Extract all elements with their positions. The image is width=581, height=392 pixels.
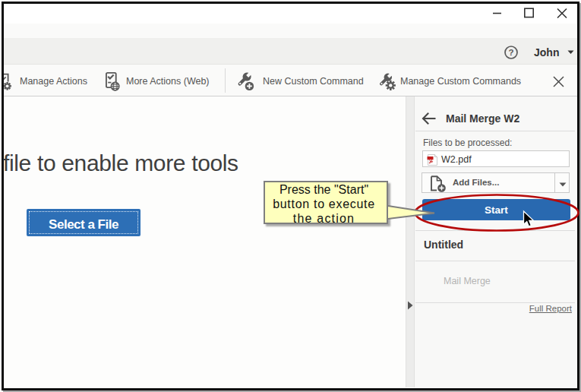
svg-text:?: ?	[508, 48, 513, 57]
